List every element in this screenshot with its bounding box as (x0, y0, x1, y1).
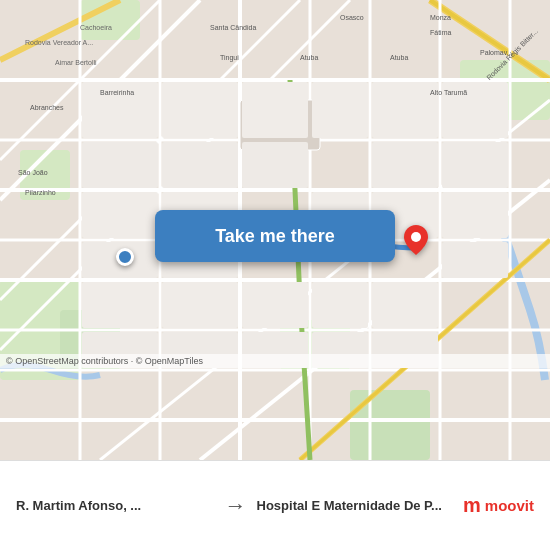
svg-rect-26 (242, 82, 308, 138)
svg-text:Barreirinha: Barreirinha (100, 89, 134, 96)
svg-text:Monza: Monza (430, 14, 451, 21)
svg-rect-30 (162, 142, 238, 188)
svg-text:Rodovia Vereador A...: Rodovia Vereador A... (25, 39, 93, 46)
svg-text:Osasco: Osasco (340, 14, 364, 21)
svg-rect-45 (242, 282, 308, 328)
svg-text:Pilarzinho
      Ahú
      Bac: Pilarzinho Ahú Bacacheri Aeroporto de Ba… (25, 189, 56, 196)
svg-rect-28 (372, 82, 438, 138)
route-from: R. Martim Afonso, ... (16, 498, 215, 513)
moovit-m-icon: m (463, 494, 481, 517)
route-from-label: R. Martim Afonso, ... (16, 498, 215, 513)
svg-rect-46 (312, 282, 368, 328)
svg-rect-29 (82, 142, 158, 188)
svg-text:Alto Tarumã: Alto Tarumã (430, 89, 467, 96)
svg-text:Abranches: Abranches (30, 104, 64, 111)
route-to-label: Hospital E Maternidade De P... (257, 498, 456, 513)
map-area: Rodovia Vereador A... Aimar Bertolli Cac… (0, 0, 550, 460)
svg-rect-32 (372, 142, 438, 188)
svg-rect-43 (82, 282, 158, 328)
svg-rect-40 (442, 142, 508, 188)
map-attribution: © OpenStreetMap contributors · © OpenMap… (0, 354, 550, 368)
destination-marker (404, 225, 428, 259)
moovit-logo: m moovit (463, 494, 534, 517)
svg-rect-25 (162, 82, 238, 138)
svg-text:Cachoeira: Cachoeira (80, 24, 112, 31)
svg-text:Atuba: Atuba (300, 54, 318, 61)
bottom-bar: R. Martim Afonso, ... → Hospital E Mater… (0, 460, 550, 550)
svg-rect-42 (442, 242, 508, 278)
svg-rect-33 (82, 192, 158, 238)
app-container: Rodovia Vereador A... Aimar Bertolli Cac… (0, 0, 550, 550)
svg-rect-47 (372, 282, 438, 328)
moovit-brand-text: moovit (485, 497, 534, 514)
take-me-there-button[interactable]: Take me there (155, 210, 395, 262)
svg-text:Atuba: Atuba (390, 54, 408, 61)
svg-rect-7 (350, 390, 430, 460)
svg-rect-44 (162, 282, 238, 328)
origin-marker (116, 248, 134, 266)
svg-rect-27 (312, 82, 368, 138)
svg-point-106 (411, 232, 421, 242)
svg-rect-41 (442, 192, 508, 238)
svg-text:São João: São João (18, 169, 48, 176)
svg-text:Tingui: Tingui (220, 54, 239, 62)
svg-text:Santa Cândida: Santa Cândida (210, 24, 256, 31)
svg-text:Fátima: Fátima (430, 29, 452, 36)
arrow-icon: → (225, 493, 247, 519)
svg-text:Aimar Bertolli: Aimar Bertolli (55, 59, 97, 66)
svg-rect-31 (242, 142, 308, 188)
route-to: Hospital E Maternidade De P... (257, 498, 456, 513)
